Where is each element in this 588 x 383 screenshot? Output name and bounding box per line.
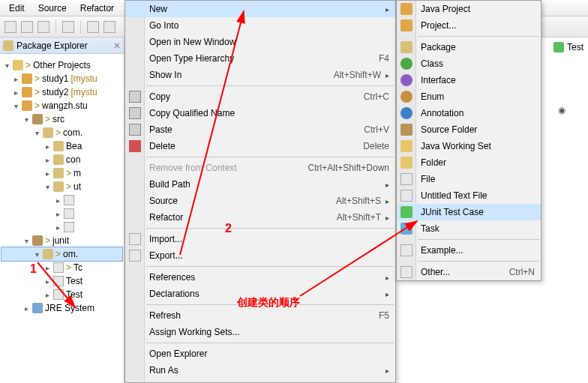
submenu-item-project[interactable]: Project...	[397, 17, 541, 34]
enum-icon	[400, 91, 412, 103]
submenu-item-task[interactable]: Task	[397, 220, 541, 237]
submenu-item-interface[interactable]: Interface	[397, 72, 541, 88]
tree-label[interactable]: Bea	[66, 141, 82, 151]
tree-label[interactable]: Test	[66, 289, 82, 300]
submenu-arrow-icon	[381, 196, 389, 206]
menu-item-delete[interactable]: DeleteDelete	[125, 138, 395, 154]
menu-refactor[interactable]: Refactor	[74, 1, 120, 15]
tree-label[interactable]: Test	[66, 276, 82, 286]
close-icon[interactable]: ✕	[113, 40, 121, 51]
menu-separator	[418, 261, 539, 262]
tree-label[interactable]: Tc	[74, 262, 82, 273]
tree-label[interactable]: study2	[42, 87, 68, 97]
del-icon	[129, 140, 141, 152]
proj-icon	[400, 3, 412, 15]
submenu-item-java-working-set[interactable]: Java Working Set	[397, 138, 541, 154]
editor-tab-label[interactable]: Test	[567, 42, 584, 52]
menu-item-copy-qualified-name[interactable]: Copy Qualified Name	[125, 105, 395, 121]
menu-item-label: Other...	[421, 267, 509, 277]
menu-item-label: Open in New Window	[149, 37, 389, 47]
submenu-item-untitled-text-file[interactable]: Untitled Text File	[397, 187, 541, 204]
saveall-icon[interactable]	[38, 21, 50, 33]
menu-item-label: Paste	[149, 124, 364, 135]
menu-item-label: Delete	[149, 141, 363, 151]
menu-item-label: Import...	[149, 234, 389, 244]
menu-item-assign-working-sets[interactable]: Assign Working Sets...	[125, 324, 395, 340]
submenu-item-java-project[interactable]: Java Project	[397, 1, 541, 17]
save-icon[interactable]	[21, 21, 33, 33]
menu-item-declarations[interactable]: Declarations	[125, 286, 395, 302]
menu-item-references[interactable]: References	[125, 269, 395, 286]
submenu-item-other[interactable]: Other...Ctrl+N	[397, 264, 541, 280]
menu-item-export[interactable]: Export...	[125, 247, 395, 264]
menu-item-refactor[interactable]: RefactorAlt+Shift+T	[125, 209, 395, 226]
file-icon	[129, 250, 141, 262]
tree-label[interactable]: ut	[74, 181, 81, 192]
menu-item-source[interactable]: SourceAlt+Shift+S	[125, 193, 395, 209]
menu-item-label: Open Type Hierarchy	[149, 53, 379, 64]
package-icon	[53, 154, 64, 165]
breakpoint-icon: ◉	[558, 105, 566, 115]
submenu-new[interactable]: Java ProjectProject...PackageClassInterf…	[396, 0, 542, 281]
menu-item-build-path[interactable]: Build Path	[125, 176, 395, 193]
menu-item-new[interactable]: New	[125, 1, 395, 17]
junit-icon	[554, 42, 564, 52]
menu-separator	[146, 343, 394, 343]
paste-icon	[129, 124, 141, 136]
menu-edit[interactable]: Edit	[3, 1, 31, 15]
submenu-item-enum[interactable]: Enum	[397, 88, 541, 105]
new-icon[interactable]	[4, 21, 16, 33]
tree-label[interactable]: m	[74, 168, 81, 178]
menu-item-show-in[interactable]: Show InAlt+Shift+W	[125, 67, 395, 83]
context-menu[interactable]: NewGo IntoOpen in New WindowOpen Type Hi…	[124, 0, 396, 383]
tree-label[interactable]: wangzh.stu	[42, 100, 88, 111]
tree-label[interactable]: src	[52, 114, 64, 124]
menu-item-open-type-hierarchy[interactable]: Open Type HierarchyF4	[125, 50, 395, 67]
submenu-arrow-icon	[381, 365, 389, 376]
tree-label[interactable]: Other Projects	[33, 60, 91, 70]
submenu-item-file[interactable]: File	[397, 171, 541, 187]
menu-item-refresh[interactable]: RefreshF5	[125, 307, 395, 324]
tool-icon[interactable]	[104, 21, 116, 33]
menu-item-copy[interactable]: CopyCtrl+C	[125, 88, 395, 105]
menu-item-import[interactable]: Import...	[125, 231, 395, 247]
menu-item-open-in-new-window[interactable]: Open in New Window	[125, 34, 395, 50]
menu-item-open-explorer[interactable]: Open Explorer	[125, 346, 395, 362]
copy-icon	[129, 91, 141, 103]
tool-icon[interactable]	[62, 21, 74, 33]
submenu-item-class[interactable]: Class	[397, 55, 541, 72]
file-icon	[64, 208, 74, 219]
task-icon	[400, 223, 412, 235]
menu-source[interactable]: Source	[32, 1, 73, 15]
file-icon	[400, 173, 412, 185]
menu-item-label: Open Explorer	[149, 349, 389, 359]
package-icon	[53, 168, 64, 178]
menu-item-accelerator: Alt+Shift+W	[334, 70, 381, 80]
submenu-item-junit-test-case[interactable]: JUnit Test Case	[397, 204, 541, 220]
menu-item-remove-from-context: Remove from ContextCtrl+Alt+Shift+Down	[125, 160, 395, 176]
menu-item-accelerator: Delete	[363, 141, 389, 151]
fold-icon	[400, 157, 412, 169]
submenu-item-folder[interactable]: Folder	[397, 154, 541, 171]
tree-label[interactable]: study1	[42, 73, 68, 84]
tree-label[interactable]: junit	[52, 235, 69, 246]
ann-icon	[400, 107, 412, 119]
submenu-item-example[interactable]: Example...	[397, 242, 541, 259]
submenu-item-source-folder[interactable]: Source Folder	[397, 121, 541, 138]
project-tree[interactable]: > Other Projects > study1 [mystu > study…	[0, 54, 124, 319]
tree-label[interactable]: com.	[63, 127, 82, 138]
package-explorer-icon	[3, 40, 14, 51]
tree-label[interactable]: con	[66, 154, 80, 165]
tree-label[interactable]: om.	[63, 249, 78, 259]
tool-icon[interactable]	[87, 21, 99, 33]
menu-item-paste[interactable]: PasteCtrl+V	[125, 121, 395, 138]
submenu-item-package[interactable]: Package	[397, 39, 541, 55]
package-icon	[43, 127, 53, 138]
menu-item-go-into[interactable]: Go Into	[125, 17, 395, 34]
tree-label[interactable]: JRE System	[45, 303, 94, 313]
menu-separator	[146, 266, 394, 267]
menu-item-run-as[interactable]: Run As	[125, 362, 395, 379]
file-icon	[53, 289, 64, 300]
submenu-item-annotation[interactable]: Annotation	[397, 105, 541, 121]
menu-item-label: Task	[421, 223, 535, 234]
